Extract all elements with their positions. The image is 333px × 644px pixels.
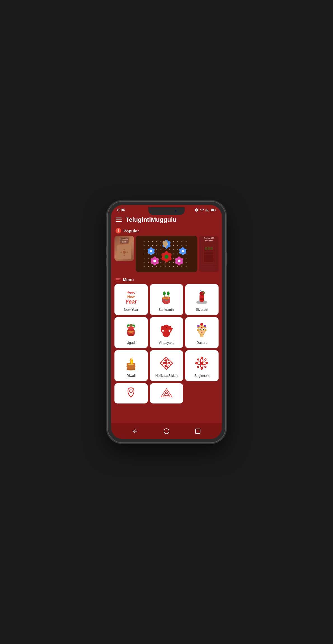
grid-item-vinaayaka[interactable]: Vinaayaka [150, 317, 183, 348]
svg-point-184 [164, 429, 169, 434]
svg-point-126 [167, 291, 170, 295]
grid-item-ugadi[interactable]: 卐 Ugadi [114, 317, 148, 348]
svg-point-31 [144, 249, 145, 250]
svg-point-51 [186, 254, 187, 255]
svg-point-3 [123, 251, 126, 254]
svg-point-30 [186, 245, 187, 246]
grid-item-new-year[interactable]: Happy New Year New Year [114, 284, 148, 315]
svg-point-157 [205, 329, 207, 331]
phone-frame: 8:06 [108, 202, 225, 442]
svg-point-39 [177, 249, 178, 250]
svg-point-66 [165, 262, 166, 263]
sankranthi-icon: 卐 [158, 289, 175, 305]
app-header: TelugintiMuggulu [111, 214, 222, 227]
volume-up-button[interactable] [106, 246, 107, 255]
svg-point-10 [148, 241, 149, 242]
svg-point-76 [161, 266, 161, 267]
carousel-item-right[interactable]: Teluginti M9x5 Inter [199, 236, 219, 272]
svg-point-156 [197, 329, 199, 331]
menu-label: Menu [123, 277, 134, 282]
new-year-icon: Happy New Year [123, 289, 139, 305]
battery-icon [211, 208, 216, 212]
svg-point-124 [163, 291, 166, 295]
home-button[interactable] [161, 426, 172, 436]
svg-point-22 [152, 245, 153, 246]
svg-point-73 [148, 266, 149, 267]
hamburger-menu[interactable] [116, 218, 122, 222]
power-button[interactable] [226, 252, 227, 266]
svg-text:卐: 卐 [165, 298, 168, 301]
grid-item-sankranthi[interactable]: 卐 Sankranthi [150, 284, 183, 315]
svg-point-177 [205, 359, 206, 360]
svg-rect-1 [211, 209, 214, 211]
svg-point-179 [205, 366, 206, 367]
new-year-label: New Year [124, 308, 138, 312]
svg-rect-114 [205, 247, 207, 250]
svg-point-7 [123, 255, 125, 256]
svg-point-68 [173, 262, 174, 263]
grid-item-diwali[interactable]: Diwali [114, 350, 148, 381]
svg-point-143 [166, 327, 167, 328]
svg-point-53 [148, 258, 149, 259]
svg-point-155 [201, 330, 202, 331]
svg-point-98 [153, 260, 156, 262]
svg-point-17 [177, 241, 178, 242]
phone-screen: 8:06 [111, 205, 222, 439]
svg-point-175 [201, 362, 203, 364]
recents-button[interactable] [193, 426, 203, 436]
svg-point-35 [161, 249, 161, 250]
svg-point-137 [129, 324, 133, 327]
grid-item-sivaratri[interactable]: Sivaratri [185, 284, 219, 315]
svg-text:Happy: Happy [127, 291, 135, 294]
svg-point-11 [152, 241, 153, 242]
svg-point-19 [186, 241, 187, 242]
svg-point-5 [126, 251, 128, 253]
svg-point-79 [173, 266, 174, 267]
ugadi-label: Ugadi [127, 341, 135, 345]
helikala-icon [158, 355, 175, 372]
svg-text:New: New [127, 295, 135, 299]
svg-point-21 [148, 245, 149, 246]
svg-point-153 [200, 329, 201, 330]
svg-point-136 [127, 326, 135, 329]
svg-point-82 [186, 266, 187, 267]
svg-point-56 [161, 258, 161, 259]
volume-down-button[interactable] [106, 258, 107, 266]
signal-icon [205, 208, 209, 212]
dasara-icon [194, 322, 210, 339]
svg-point-18 [182, 241, 182, 242]
grid-item-dasara[interactable]: Dasara [185, 317, 219, 348]
notch [148, 207, 185, 215]
menu-header: Menu [113, 274, 220, 284]
svg-point-62 [148, 262, 149, 263]
popular-label: Popular [123, 228, 139, 233]
svg-rect-133 [200, 298, 204, 300]
carousel-item-left[interactable]: 3 middledots [114, 236, 134, 261]
svg-point-154 [203, 329, 204, 330]
sankranthi-label: Sankranthi [158, 308, 174, 312]
helikala-label: Helikala(Sikku) [155, 374, 178, 378]
menu-section: Menu Happy New Year New Year [111, 274, 222, 423]
grid-item-rangoli-pattern[interactable] [150, 383, 183, 403]
bottom-nav [111, 423, 222, 439]
grid-item-beginners[interactable]: Beginners [185, 350, 219, 381]
wifi-icon [200, 208, 204, 212]
popular-section: ! Popular 3 middledots [111, 227, 222, 274]
svg-point-65 [161, 262, 161, 263]
svg-point-60 [186, 258, 187, 259]
grid-item-location[interactable] [114, 383, 148, 403]
beginners-label: Beginners [194, 374, 210, 378]
svg-point-147 [200, 323, 203, 326]
svg-point-37 [169, 249, 170, 250]
svg-point-57 [173, 258, 174, 259]
back-button[interactable] [130, 426, 140, 436]
svg-point-29 [182, 245, 182, 246]
carousel-item-main[interactable] [136, 236, 197, 272]
svg-point-178 [198, 366, 199, 367]
app-title: TelugintiMuggulu [126, 216, 177, 223]
svg-point-77 [165, 266, 166, 267]
svg-point-71 [186, 262, 187, 263]
grid-item-helikala[interactable]: Helikala(Sikku) [150, 350, 183, 381]
svg-point-61 [144, 262, 145, 263]
svg-point-20 [144, 245, 145, 246]
